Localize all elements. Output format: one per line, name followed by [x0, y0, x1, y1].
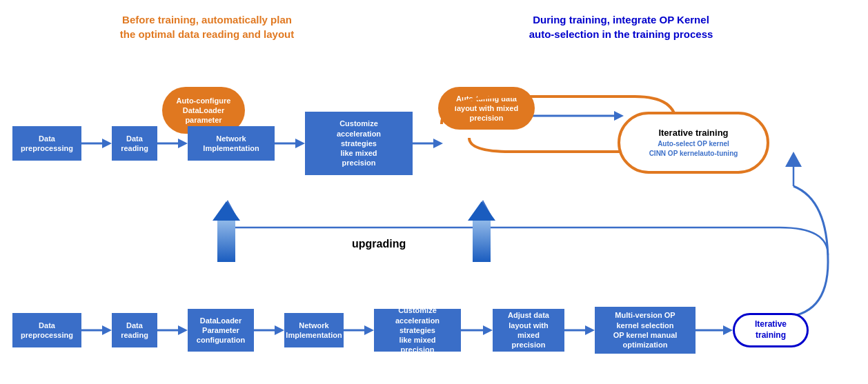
- upgrading-label: upgrading: [352, 238, 406, 250]
- bot-multi-version: Multi-version OP kernel selection OP ker…: [595, 307, 696, 354]
- svg-marker-21: [585, 325, 595, 335]
- top-data-preprocessing: Data preprocessing: [12, 126, 81, 161]
- bot-customize-accel: Customize acceleration strategies like m…: [374, 309, 461, 352]
- top-data-reading: Data reading: [112, 126, 157, 161]
- svg-marker-1: [102, 139, 112, 148]
- header-right: During training, integrate OP Kernel aut…: [455, 12, 787, 41]
- svg-marker-19: [483, 325, 493, 335]
- svg-marker-3: [178, 139, 188, 148]
- top-network-impl: Network Implementation: [188, 126, 275, 161]
- iterative-box-top: Iterative training Auto-select OP kernel…: [618, 112, 769, 174]
- diagram-container: Before training, automatically plan the …: [0, 0, 868, 384]
- svg-marker-29: [785, 152, 802, 167]
- svg-marker-15: [275, 325, 284, 335]
- bot-network-impl: Network Implementation: [284, 313, 344, 347]
- big-arrow-up-left: [213, 201, 240, 262]
- bot-data-preprocessing: Data preprocessing: [12, 313, 81, 347]
- svg-marker-13: [178, 325, 188, 335]
- top-customize-accel: Customize acceleration strategies like m…: [305, 112, 413, 175]
- svg-marker-23: [723, 325, 733, 335]
- bot-data-reading: Data reading: [112, 313, 157, 347]
- header-left: Before training, automatically plan the …: [76, 12, 338, 41]
- bot-adjust-data: Adjust data layout with mixed precision: [493, 309, 564, 352]
- big-arrow-up-right: [468, 201, 495, 262]
- svg-marker-17: [364, 325, 374, 335]
- iterative-box-bottom: Iterative training: [733, 313, 809, 347]
- svg-marker-11: [102, 325, 112, 335]
- bot-dataloader-config: DataLoader Parameter configuration: [188, 309, 254, 352]
- svg-marker-5: [295, 139, 305, 148]
